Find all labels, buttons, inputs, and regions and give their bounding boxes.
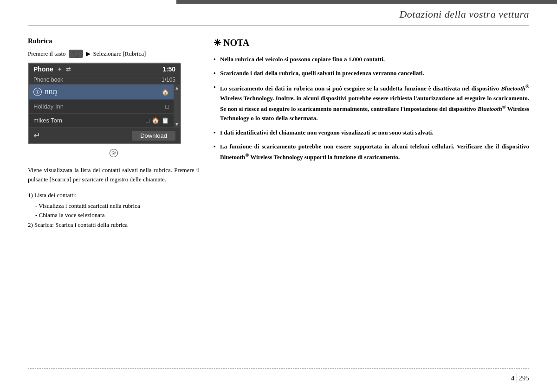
phone-button-icon: 📞 bbox=[69, 50, 83, 58]
nota-bullet-1: Nella rubrica del veicolo si possono cop… bbox=[214, 55, 529, 64]
instruction-line: Premere il tasto 📞 ▶ Selezionare [Rubric… bbox=[28, 50, 200, 58]
nota-bullet-4: I dati identificativi del chiamante non … bbox=[214, 128, 529, 137]
page-page-number: 295 bbox=[519, 374, 530, 382]
header-rule bbox=[28, 26, 529, 26]
list-sub-item-1a: - Visualizza i contatti scaricati nella … bbox=[28, 201, 200, 211]
nota-bullets-list: Nella rubrica del veicolo si possono cop… bbox=[214, 55, 529, 162]
bluetooth-icon: ✦ bbox=[57, 66, 62, 73]
footer-rule bbox=[28, 368, 529, 369]
page-number: 4 295 bbox=[511, 373, 529, 383]
home-icon: 🏠 bbox=[162, 89, 169, 96]
header-title: Dotazioni della vostra vettura bbox=[399, 8, 529, 20]
page-divider bbox=[517, 373, 517, 383]
list-item-1: 1) Lista dei contatti: bbox=[28, 191, 200, 200]
phone-footer: ↵ Download bbox=[29, 128, 180, 143]
nota-bullet-2: Scaricando i dati della rubrica, quelli … bbox=[214, 69, 529, 78]
phone-ui-mockup: Phone ✦ ⇄ 1:50 Phone book 1/105 ① BBQ 🏠 bbox=[28, 63, 181, 144]
nota-bullet-5: La funzione di scaricamento potrebbe non… bbox=[214, 142, 529, 162]
list-items: 1) Lista dei contatti: - Visualizza i co… bbox=[28, 191, 200, 230]
square-icon: □ bbox=[165, 103, 169, 110]
section-title: Rubrica bbox=[28, 37, 200, 45]
row-label-bbq: BBQ bbox=[45, 89, 57, 96]
scroll-bar[interactable]: ▲ ▼ bbox=[174, 84, 180, 128]
right-column: ✳ NOTA Nella rubrica del veicolo si poss… bbox=[214, 37, 529, 167]
instruction-prefix: Premere il tasto bbox=[28, 50, 66, 58]
nota-star-icon: ✳ bbox=[214, 37, 221, 48]
phone-subheader: Phone book 1/105 bbox=[29, 75, 180, 84]
list-sub-item-1b: - Chiama la voce selezionata bbox=[28, 211, 200, 220]
arrow-right-icon: ▶ bbox=[86, 50, 91, 58]
phone-row-holidayinn: Holiday Inn □ bbox=[29, 100, 180, 114]
chapter-number: 4 bbox=[511, 374, 515, 382]
back-icon[interactable]: ↵ bbox=[33, 130, 40, 141]
page-num-box: 4 295 bbox=[511, 373, 529, 383]
description-text: Viene visualizzata la lista dei contatti… bbox=[28, 166, 200, 184]
phonebook-count: 1/105 bbox=[162, 77, 175, 83]
arrows-icon: ⇄ bbox=[66, 66, 71, 73]
circle-2-container: ② bbox=[28, 148, 200, 157]
list-item-2: 2) Scarica: Scarica i contatti della rub… bbox=[28, 220, 200, 230]
download-button[interactable]: Download bbox=[132, 131, 175, 141]
left-column: Rubrica Premere il tasto 📞 ▶ Selezionare… bbox=[28, 37, 200, 231]
home-icon-2: 🏠 bbox=[152, 117, 159, 124]
circle-2-label: ② bbox=[110, 149, 118, 157]
row-icons-bbq: 🏠 bbox=[162, 89, 169, 96]
header-bar bbox=[176, 0, 557, 4]
nota-label: NOTA bbox=[223, 38, 249, 48]
doc-icon: 📋 bbox=[162, 117, 169, 124]
nota-title: ✳ NOTA bbox=[214, 37, 529, 48]
nota-bullet-3: Lo scaricamento dei dati in rubrica non … bbox=[214, 83, 529, 123]
phone-row-bbq: ① BBQ 🏠 bbox=[29, 84, 180, 100]
row-icons-holidayinn: □ bbox=[165, 103, 169, 110]
phone-time: 1:50 bbox=[162, 65, 175, 73]
row-icons-mikestom: □ 🏠 📋 bbox=[146, 117, 169, 124]
phone-row-mikestom: mikes Tom □ 🏠 📋 bbox=[29, 114, 180, 128]
phonebook-label: Phone book bbox=[33, 77, 63, 83]
row-label-holidayinn: Holiday Inn bbox=[33, 103, 64, 110]
phone-icon: □ bbox=[146, 117, 149, 124]
instruction-suffix: Selezionare [Rubrica] bbox=[93, 50, 146, 58]
circle-1-label: ① bbox=[33, 88, 42, 96]
phone-list: ① BBQ 🏠 Holiday Inn □ mikes Tom bbox=[29, 84, 180, 128]
scroll-up-icon[interactable]: ▲ bbox=[175, 85, 179, 90]
phone-header: Phone ✦ ⇄ 1:50 bbox=[29, 64, 180, 75]
row-label-mikestom: mikes Tom bbox=[33, 117, 62, 124]
phone-header-left: Phone ✦ ⇄ bbox=[33, 65, 71, 73]
phone-title: Phone bbox=[33, 65, 53, 73]
scroll-down-icon[interactable]: ▼ bbox=[175, 122, 179, 127]
